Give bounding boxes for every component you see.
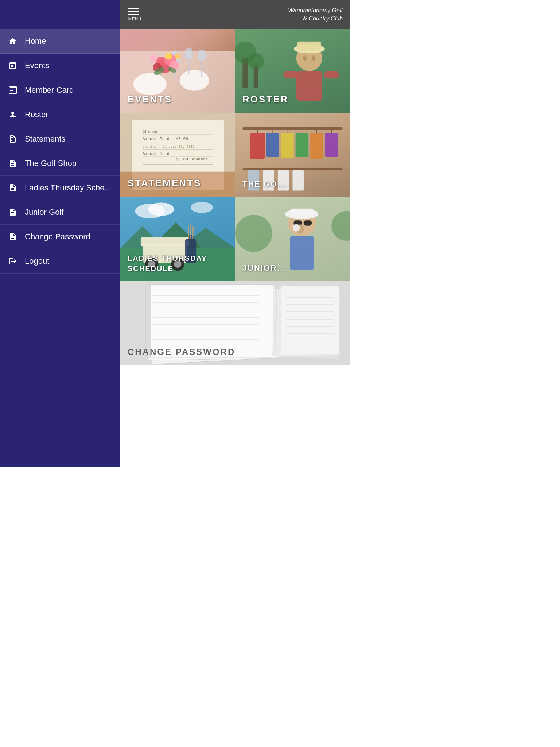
sidebar-item-member-card[interactable]: Member Card: [0, 78, 120, 102]
ladies-icon: [7, 182, 18, 193]
svg-rect-23: [298, 42, 321, 51]
sidebar-item-home-label: Home: [25, 36, 46, 46]
card-icon: [7, 85, 18, 96]
svg-rect-48: [242, 127, 342, 130]
tile-events[interactable]: EVENTS: [120, 29, 235, 113]
sidebar-item-member-card-label: Member Card: [25, 85, 74, 95]
tile-change-password-label: CHANGE PASSWORD: [128, 346, 235, 357]
svg-rect-54: [281, 133, 294, 158]
tile-events-label: EVENTS: [128, 93, 172, 106]
svg-point-25: [312, 55, 315, 61]
sidebar-item-home[interactable]: Home: [0, 29, 120, 54]
golf-shop-icon: [7, 158, 18, 169]
sidebar-item-golf-shop-label: The Golf Shop: [25, 159, 77, 168]
svg-line-82: [188, 226, 189, 239]
menu-button[interactable]: MENU: [128, 8, 142, 21]
tile-statements[interactable]: Charge Amount Paid $0.00 Updated - Janua…: [120, 113, 235, 197]
svg-rect-52: [266, 133, 279, 157]
svg-point-95: [235, 215, 272, 252]
person-icon: [7, 109, 18, 120]
club-title: Wanumetonomy Golf & Country Club: [288, 7, 343, 23]
sidebar-item-logout[interactable]: Logout: [0, 249, 120, 274]
sidebar-item-events[interactable]: Events: [0, 54, 120, 78]
svg-line-84: [192, 226, 193, 239]
tile-statements-label: STATEMENTS: [128, 177, 201, 190]
tile-change-password[interactable]: CHANGE PASSWORD: [120, 281, 350, 365]
tile-junior-label: JUNIOR...: [242, 263, 286, 274]
svg-rect-61: [242, 168, 342, 170]
logout-icon: [7, 256, 18, 267]
svg-rect-88: [290, 209, 314, 216]
sidebar-item-statements-label: Statements: [25, 134, 65, 144]
svg-text:$0.00 Bahamas: $0.00 Bahamas: [176, 157, 207, 162]
svg-rect-94: [290, 236, 314, 270]
svg-rect-65: [293, 170, 304, 191]
menu-label: MENU: [128, 16, 141, 21]
svg-point-24: [303, 55, 307, 61]
svg-point-16: [175, 53, 180, 59]
content-grid: EVENTS: [120, 29, 350, 467]
svg-point-7: [185, 48, 193, 60]
svg-rect-56: [296, 133, 309, 157]
svg-point-93: [293, 224, 300, 231]
svg-point-73: [191, 202, 213, 213]
svg-point-2: [133, 73, 167, 95]
sidebar-item-ladies-label: Ladies Thursday Sche...: [25, 183, 111, 193]
tile-roster[interactable]: ROSTER: [235, 29, 350, 113]
sidebar-item-roster-label: Roster: [25, 110, 48, 119]
svg-point-32: [248, 53, 264, 69]
tile-junior-golf[interactable]: JUNIOR...: [235, 197, 350, 281]
svg-rect-50: [250, 133, 265, 159]
calendar-icon: [7, 60, 18, 71]
svg-point-3: [180, 70, 209, 91]
svg-point-17: [165, 53, 172, 59]
tile-golf-shop-label: THE GO...: [242, 179, 287, 190]
tile-ladies-label: LADIES THURSDAYSCHEDULE: [128, 253, 207, 274]
svg-rect-60: [325, 133, 338, 157]
svg-rect-111: [281, 286, 339, 354]
tile-roster-label: ROSTER: [242, 93, 288, 106]
svg-rect-28: [324, 71, 339, 78]
password-icon: [7, 231, 18, 242]
svg-text:Updated - January 01, 2017: Updated - January 01, 2017: [143, 145, 195, 148]
svg-rect-58: [310, 133, 323, 159]
sidebar-item-junior[interactable]: Junior Golf: [0, 200, 120, 225]
svg-text:$0.00: $0.00: [176, 136, 188, 141]
tile-ladies-thursday[interactable]: LADIES THURSDAYSCHEDULE: [120, 197, 235, 281]
svg-rect-26: [296, 71, 322, 101]
svg-rect-75: [141, 237, 189, 246]
sidebar-item-statements[interactable]: Statements: [0, 127, 120, 151]
sidebar: Home Events Member Card: [0, 29, 120, 467]
sidebar-item-logout-label: Logout: [25, 256, 49, 266]
svg-text:Amount Paid: Amount Paid: [143, 151, 170, 156]
svg-rect-27: [283, 71, 298, 78]
tile-golf-shop[interactable]: THE GO...: [235, 113, 350, 197]
statements-icon: [7, 133, 18, 144]
svg-text:Charge: Charge: [143, 129, 158, 134]
sidebar-item-roster[interactable]: Roster: [0, 102, 120, 127]
sidebar-item-change-password[interactable]: Change Password: [0, 225, 120, 249]
svg-point-72: [148, 202, 174, 216]
sidebar-item-change-password-label: Change Password: [25, 232, 90, 241]
sidebar-item-events-label: Events: [25, 61, 49, 70]
junior-icon: [7, 207, 18, 218]
svg-rect-90: [304, 220, 312, 225]
sidebar-item-ladies[interactable]: Ladies Thursday Sche...: [0, 176, 120, 200]
home-icon: [7, 36, 18, 47]
svg-point-15: [150, 54, 157, 62]
sidebar-item-golf-shop[interactable]: The Golf Shop: [0, 151, 120, 176]
sidebar-item-junior-label: Junior Golf: [25, 208, 63, 217]
svg-text:Amount Paid: Amount Paid: [143, 136, 170, 141]
svg-point-9: [198, 50, 206, 62]
